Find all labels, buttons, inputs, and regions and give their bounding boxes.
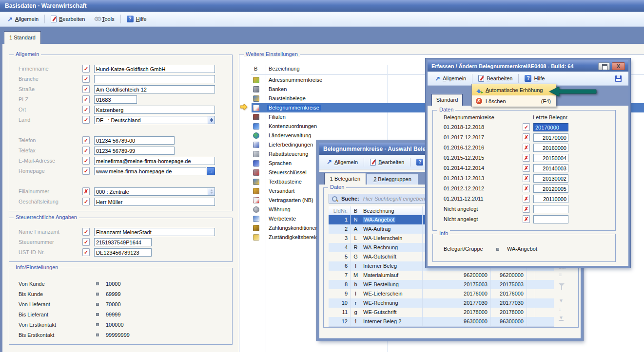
field-input[interactable]: [94, 95, 137, 104]
doc-check-icon[interactable]: [82, 136, 90, 144]
menu-allgemein[interactable]: Allgemein: [430, 72, 470, 85]
doc-cross-icon[interactable]: [82, 187, 90, 195]
cell-lfdnr: 4: [329, 243, 351, 252]
belegnr-input[interactable]: [533, 144, 568, 152]
doc-cross-icon[interactable]: [523, 174, 530, 182]
field-input[interactable]: [94, 116, 215, 124]
field-input[interactable]: [94, 167, 206, 175]
belegnr-input[interactable]: [533, 215, 568, 223]
doc-check-icon[interactable]: [82, 147, 90, 154]
filter-funnel-icon[interactable]: [559, 283, 565, 286]
field-input[interactable]: [94, 157, 215, 165]
menu-item-automatische-erhoehung[interactable]: + Automatische Erhöhung: [472, 84, 556, 95]
belegnr-input[interactable]: [533, 205, 568, 213]
belegnr-input[interactable]: [533, 195, 568, 203]
period-label: Nicht angelegt: [444, 216, 478, 222]
bullet-icon: [96, 293, 99, 296]
doc-check-icon[interactable]: [82, 157, 90, 165]
doc-cross-icon[interactable]: [523, 215, 530, 223]
belegnr-input[interactable]: [533, 164, 568, 172]
belegnr-input[interactable]: [533, 185, 568, 193]
belegnr-input[interactable]: [533, 174, 568, 183]
field-label: Branche: [19, 76, 39, 82]
menu-bearbeiten[interactable]: Bearbeiten: [474, 72, 517, 85]
field-input[interactable]: [94, 65, 215, 73]
cell-spacer: [527, 308, 535, 317]
doc-cross-icon[interactable]: [523, 164, 530, 172]
tab-beleggruppen[interactable]: 2 Beleggruppen: [367, 174, 418, 185]
belegnummern-row: 01.2011-12.2011: [433, 195, 615, 203]
table-row[interactable]: 10 r WE-Rechnung 20177030 20177030: [329, 298, 554, 308]
menu-hilfe[interactable]: Hilfe: [520, 72, 549, 85]
restore-window-icon[interactable]: [598, 62, 610, 70]
belegnr-input[interactable]: [533, 154, 568, 162]
cell-spacer: [535, 289, 554, 298]
table-row[interactable]: 11 g WE-Gutschrift 20178000 20178000: [329, 308, 554, 317]
doc-check-icon[interactable]: [82, 228, 90, 236]
field-input[interactable]: [94, 85, 215, 93]
doc-cross-icon[interactable]: [523, 154, 530, 162]
table-row[interactable]: 7 M Materialumlauf 96200000 96200000: [329, 271, 554, 280]
close-window-icon[interactable]: [612, 62, 625, 70]
doc-check-icon[interactable]: [82, 248, 90, 256]
menu-allgemein[interactable]: Allgemein: [322, 155, 362, 169]
field-input[interactable]: [94, 106, 215, 114]
doc-check-icon[interactable]: [82, 238, 90, 246]
groupbox-info: Info Belegart/Gruppe WA-Angebot: [432, 234, 616, 262]
menu-tools[interactable]: Tools: [89, 12, 118, 26]
column-header-lfdnr[interactable]: LfdNr.: [329, 206, 351, 215]
scroll-down-icon[interactable]: ▼: [559, 298, 564, 303]
belegnr-input[interactable]: [533, 133, 568, 142]
field-input[interactable]: [94, 136, 175, 145]
column-header-bezeichnung[interactable]: Bezeichnung: [269, 66, 300, 72]
menu-hilfe[interactable]: Hilfe: [122, 12, 151, 26]
field-input[interactable]: [94, 75, 215, 83]
field-input[interactable]: [94, 187, 215, 196]
column-header-b[interactable]: B: [254, 66, 257, 72]
doc-check-icon[interactable]: [82, 116, 90, 124]
doc-check-icon[interactable]: [82, 85, 90, 93]
info-row: Von Kunde 10000: [9, 280, 232, 288]
doc-check-icon[interactable]: [82, 95, 90, 103]
menu-allgemein[interactable]: Allgemein: [3, 12, 43, 26]
doc-check-icon[interactable]: [82, 106, 90, 113]
tab-standard[interactable]: Standard: [431, 94, 463, 106]
doc-cross-icon[interactable]: [523, 185, 530, 192]
table-row[interactable]: 8 b WE-Bestellung 20175003 20175003: [329, 280, 554, 289]
field-input[interactable]: [94, 238, 152, 246]
doc-check-icon[interactable]: [523, 123, 530, 131]
menu-item-loeschen[interactable]: Löschen (F4): [472, 95, 556, 107]
tab-standard[interactable]: 1 Standard: [4, 31, 41, 44]
move-bottom-icon[interactable]: ▼: [559, 315, 564, 321]
open-homepage-button[interactable]: [207, 167, 215, 175]
belegnr-input[interactable]: [533, 123, 568, 131]
payment-terms-icon: [253, 225, 259, 231]
column-header-bezeichnung[interactable]: Bezeichnung: [361, 206, 423, 215]
field-input[interactable]: [94, 147, 175, 155]
list-item-label: Rabattsteuerung: [269, 151, 308, 157]
field-input[interactable]: [94, 198, 215, 206]
column-header-b[interactable]: B: [351, 206, 361, 215]
list-lines-icon[interactable]: ≡: [559, 272, 562, 278]
field-input[interactable]: [94, 248, 152, 257]
doc-cross-icon[interactable]: [523, 133, 530, 141]
delete-circle-icon: [476, 98, 482, 104]
menu-bearbeiten[interactable]: Bearbeiten: [366, 155, 409, 169]
doc-cross-icon[interactable]: [523, 144, 530, 151]
doc-cross-icon[interactable]: [523, 195, 530, 203]
spinner-icon[interactable]: [208, 188, 215, 195]
doc-check-icon[interactable]: [82, 75, 90, 83]
doc-check-icon[interactable]: [82, 167, 90, 175]
spinner-icon[interactable]: [208, 116, 215, 124]
doc-check-icon[interactable]: [82, 198, 90, 205]
field-input[interactable]: [94, 228, 215, 236]
doc-cross-icon[interactable]: [523, 205, 530, 213]
doc-check-icon[interactable]: [82, 65, 90, 73]
table-row[interactable]: 12 1 Interner Beleg 2 96300000 96300000: [329, 317, 554, 326]
move-down-icon[interactable]: ↓: [559, 307, 561, 312]
save-disk-icon[interactable]: [615, 75, 622, 82]
table-row[interactable]: 9 l WE-Lieferschein 20176000 20176000: [329, 289, 554, 298]
form-field-row: Steuernummer: [9, 238, 232, 246]
tab-belegarten[interactable]: 1 Belegarten: [324, 173, 366, 185]
menu-bearbeiten[interactable]: Bearbeiten: [46, 12, 89, 26]
